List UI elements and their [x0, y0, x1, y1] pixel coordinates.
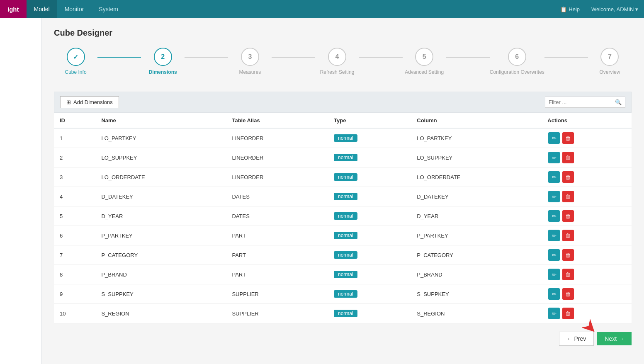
step-label-2: Dimensions	[149, 69, 177, 75]
cell-column: S_REGION	[411, 304, 542, 323]
table-header: ID Name Table Alias Type Column Actions	[54, 113, 632, 129]
type-badge: normal	[334, 154, 357, 161]
cell-name: P_BRAND	[95, 265, 226, 284]
content-area: Cube Designer ✓ Cube Info 2 Dimensions 3…	[41, 18, 644, 364]
cell-column: P_CATEGORY	[411, 245, 542, 265]
wizard-step-6[interactable]: 6 Configuration Overwrites	[490, 48, 544, 75]
search-icon: 🔍	[612, 97, 625, 107]
step-connector-6-7	[544, 57, 588, 58]
delete-button[interactable]: 🗑	[562, 249, 574, 261]
step-connector-3-4	[272, 57, 315, 58]
table-row: 6 P_PARTKEY PART normal P_PARTKEY ✏ 🗑	[54, 226, 632, 245]
step-label-5: Advanced Setting	[405, 69, 444, 75]
type-badge: normal	[334, 134, 357, 142]
welcome-text: Welcome, ADMIN ▾	[586, 6, 644, 12]
help-button[interactable]: 📋 Help	[554, 6, 586, 12]
delete-button[interactable]: 🗑	[562, 308, 574, 319]
edit-button[interactable]: ✏	[548, 152, 560, 163]
dimensions-table: ID Name Table Alias Type Column Actions …	[54, 113, 632, 323]
help-label: Help	[569, 6, 580, 12]
wizard-step-7[interactable]: 7 Overview	[588, 48, 632, 75]
next-button[interactable]: Next →	[597, 332, 632, 345]
delete-button[interactable]: 🗑	[562, 152, 574, 163]
cell-type: normal	[328, 206, 411, 226]
cell-id: 9	[54, 284, 95, 304]
edit-button[interactable]: ✏	[548, 288, 560, 300]
cell-id: 2	[54, 148, 95, 167]
sidebar	[0, 18, 41, 364]
cell-table-alias: LINEORDER	[226, 128, 328, 148]
cell-actions: ✏ 🗑	[542, 187, 632, 206]
edit-button[interactable]: ✏	[548, 269, 560, 280]
delete-button[interactable]: 🗑	[562, 191, 574, 202]
cell-column: D_DATEKEY	[411, 187, 542, 206]
edit-button[interactable]: ✏	[548, 191, 560, 202]
table-row: 4 D_DATEKEY DATES normal D_DATEKEY ✏ 🗑	[54, 187, 632, 206]
edit-button[interactable]: ✏	[548, 308, 560, 319]
cell-column: S_SUPPKEY	[411, 284, 542, 304]
cell-table-alias: PART	[226, 265, 328, 284]
edit-button[interactable]: ✏	[548, 210, 560, 222]
type-badge: normal	[334, 290, 357, 298]
delete-button[interactable]: 🗑	[562, 269, 574, 280]
col-header-name: Name	[95, 113, 226, 129]
brand-text: ight	[7, 6, 19, 13]
wizard-step-2[interactable]: 2 Dimensions	[141, 48, 185, 75]
col-header-column: Column	[411, 113, 542, 129]
cell-actions: ✏ 🗑	[542, 148, 632, 167]
edit-button[interactable]: ✏	[548, 132, 560, 144]
step-label-4: Refresh Setting	[320, 69, 355, 75]
col-header-actions: Actions	[542, 113, 632, 129]
cell-column: P_BRAND	[411, 265, 542, 284]
wizard-step-4[interactable]: 4 Refresh Setting	[315, 48, 359, 75]
type-badge: normal	[334, 271, 357, 278]
navbar-item-model[interactable]: Model	[27, 0, 57, 18]
delete-button[interactable]: 🗑	[562, 288, 574, 300]
add-dimensions-label: Add Dimensions	[73, 99, 113, 105]
cell-table-alias: SUPPLIER	[226, 284, 328, 304]
delete-button[interactable]: 🗑	[562, 132, 574, 144]
table-row: 9 S_SUPPKEY SUPPLIER normal S_SUPPKEY ✏ …	[54, 284, 632, 304]
add-dimensions-button[interactable]: ⊞ Add Dimensions	[60, 96, 119, 108]
wizard-step-5[interactable]: 5 Advanced Setting	[403, 48, 446, 75]
cell-table-alias: DATES	[226, 187, 328, 206]
delete-button[interactable]: 🗑	[562, 230, 574, 241]
edit-button[interactable]: ✏	[548, 171, 560, 183]
delete-button[interactable]: 🗑	[562, 171, 574, 183]
cell-actions: ✏ 🗑	[542, 265, 632, 284]
type-badge: normal	[334, 232, 357, 239]
cell-type: normal	[328, 284, 411, 304]
step-connector-2-3	[185, 57, 228, 58]
delete-button[interactable]: 🗑	[562, 210, 574, 222]
step-connector-4-5	[359, 57, 403, 58]
cell-table-alias: PART	[226, 226, 328, 245]
cell-table-alias: SUPPLIER	[226, 304, 328, 323]
step-circle-3: 3	[241, 48, 259, 66]
cell-table-alias: PART	[226, 245, 328, 265]
cell-name: D_YEAR	[95, 206, 226, 226]
filter-input[interactable]	[545, 97, 612, 107]
navbar-item-monitor[interactable]: Monitor	[57, 0, 92, 18]
edit-button[interactable]: ✏	[548, 249, 560, 261]
cell-id: 10	[54, 304, 95, 323]
add-icon: ⊞	[66, 99, 71, 105]
step-label-7: Overview	[599, 69, 620, 75]
cell-actions: ✏ 🗑	[542, 128, 632, 148]
cell-id: 3	[54, 167, 95, 187]
cell-id: 1	[54, 128, 95, 148]
edit-button[interactable]: ✏	[548, 230, 560, 241]
wizard-step-1[interactable]: ✓ Cube Info	[54, 48, 97, 75]
cell-type: normal	[328, 226, 411, 245]
step-circle-4: 4	[328, 48, 346, 66]
footer-actions: ← Prev Next →	[54, 323, 632, 350]
cell-actions: ✏ 🗑	[542, 245, 632, 265]
wizard-step-3[interactable]: 3 Measures	[228, 48, 272, 75]
svg-marker-0	[582, 319, 598, 336]
navbar-item-system[interactable]: System	[91, 0, 126, 18]
table-row: 10 S_REGION SUPPLIER normal S_REGION ✏ 🗑	[54, 304, 632, 323]
cell-type: normal	[328, 148, 411, 167]
cell-name: P_PARTKEY	[95, 226, 226, 245]
step-connector-1-2	[97, 57, 141, 58]
table-row: 8 P_BRAND PART normal P_BRAND ✏ 🗑	[54, 265, 632, 284]
table-row: 3 LO_ORDERDATE LINEORDER normal LO_ORDER…	[54, 167, 632, 187]
